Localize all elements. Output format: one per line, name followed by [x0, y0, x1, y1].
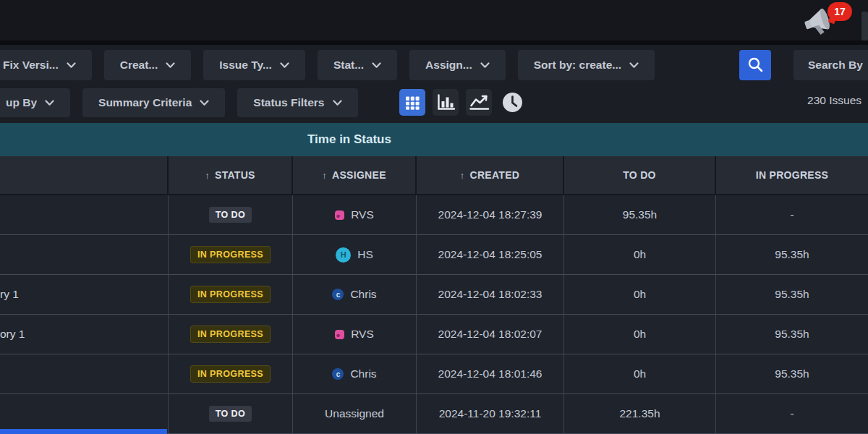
created-timestamp: 2024-12-04 18:01:46: [438, 367, 542, 380]
table-row[interactable]: TO DOUnassigned2024-11-20 19:32:11221.35…: [0, 394, 868, 434]
filter-created-button[interactable]: Creat...: [104, 50, 192, 80]
cell-created: 2024-12-04 18:02:07: [417, 315, 564, 354]
chevron-down-icon: [45, 100, 54, 106]
inprogress-hours: 95.35h: [775, 288, 809, 301]
status-badge: IN PROGRESS: [190, 326, 271, 343]
cell-assignee: RVS: [293, 315, 417, 354]
filter-fix-version-button[interactable]: Fix Versi...: [0, 50, 92, 80]
search-button[interactable]: [739, 50, 771, 80]
cell-todo-hours: 0h: [564, 315, 716, 354]
assignee-name: HS: [357, 248, 373, 261]
cell-status: TO DO: [169, 195, 293, 234]
line-chart-icon: [469, 93, 490, 111]
todo-hours: 95.35h: [623, 208, 657, 221]
filter-label: Stat...: [333, 59, 364, 72]
chevron-down-icon: [629, 62, 639, 69]
filter-summary-criteria-button[interactable]: Summary Criteria: [82, 88, 225, 117]
filter-label: Creat...: [120, 59, 158, 72]
column-label: STATUS: [215, 169, 255, 181]
filter-status-filters-button[interactable]: Status Filters: [237, 88, 357, 117]
view-table-button[interactable]: [399, 89, 425, 116]
sort-ascending-icon: ↑: [322, 170, 327, 181]
avatar-rvs: [335, 330, 344, 339]
chevron-down-icon: [333, 100, 342, 106]
status-badge: IN PROGRESS: [190, 365, 271, 383]
issue-summary: ry 1: [0, 288, 19, 301]
filter-assignee-button[interactable]: Assign...: [409, 50, 506, 80]
table-row[interactable]: TO DORVS2024-12-04 18:27:3995.35h-: [0, 195, 868, 235]
cell-status: TO DO: [169, 394, 293, 433]
notification-badge[interactable]: 17: [827, 2, 852, 21]
cell-summary: [0, 354, 169, 393]
table-row[interactable]: ry 1IN PROGRESScChris2024-12-04 18:02:33…: [0, 275, 868, 315]
column-label: CREATED: [470, 169, 520, 181]
cell-inprogress-hours: -: [716, 394, 868, 433]
view-line-chart-button[interactable]: [466, 89, 492, 116]
avatar-chris: c: [332, 368, 344, 380]
search-by-button[interactable]: Search By: [793, 50, 868, 80]
column-header-todo: TO DO: [564, 156, 716, 194]
column-label: ASSIGNEE: [332, 169, 386, 181]
filter-group-by-button[interactable]: up By: [0, 88, 70, 117]
cell-inprogress-hours: -: [716, 195, 868, 234]
chevron-down-icon: [166, 62, 175, 69]
chevron-down-icon: [280, 62, 289, 69]
todo-hours: 0h: [634, 328, 646, 341]
cell-todo-hours: 0h: [564, 354, 716, 393]
bar-chart-icon: [436, 93, 456, 111]
table-grid-icon: [404, 94, 421, 111]
column-header-created[interactable]: ↑CREATED: [417, 156, 564, 194]
cell-assignee: cChris: [293, 275, 417, 314]
avatar-rvs: [335, 210, 344, 220]
inprogress-hours: 95.35h: [775, 367, 809, 380]
column-label: TO DO: [623, 169, 656, 181]
gadget-title-banner: Time in Status: [0, 123, 868, 156]
cell-summary: ory 1: [0, 315, 169, 354]
inprogress-hours: 95.35h: [775, 248, 809, 261]
filter-status-button[interactable]: Stat...: [318, 50, 397, 80]
assignee-name: Chris: [350, 367, 376, 380]
search-icon: [746, 56, 764, 75]
created-timestamp: 2024-12-04 18:02:07: [438, 328, 542, 341]
assignee-name: RVS: [351, 208, 374, 221]
column-header-summary: [0, 156, 169, 194]
created-timestamp: 2024-12-04 18:27:39: [438, 208, 542, 221]
cell-status: IN PROGRESS: [169, 354, 293, 393]
table-row[interactable]: ory 1IN PROGRESSRVS2024-12-04 18:02:070h…: [0, 315, 868, 354]
table-header-row: ↑STATUS↑ASSIGNEE↑CREATEDTO DOIN PROGRESS: [0, 156, 868, 195]
todo-hours: 0h: [634, 288, 646, 301]
todo-hours: 221.35h: [619, 407, 660, 420]
filter-sort-by-button[interactable]: Sort by: create...: [518, 50, 655, 80]
cell-summary: ry 1: [0, 275, 169, 314]
todo-hours: 0h: [634, 367, 646, 380]
column-header-inprogress: IN PROGRESS: [716, 156, 868, 194]
filter-label: up By: [6, 96, 37, 109]
filter-row-1: Fix Versi...Creat...Issue Ty...Stat...As…: [0, 49, 655, 81]
search-by-label: Search By: [808, 59, 863, 72]
view-toggle-group: [399, 89, 525, 116]
assignee-name: RVS: [351, 328, 374, 341]
filter-label: Assign...: [425, 59, 472, 72]
filter-toolbar: Fix Versi...Creat...Issue Ty...Stat...As…: [0, 45, 868, 123]
column-header-status[interactable]: ↑STATUS: [169, 156, 293, 194]
cell-status: IN PROGRESS: [169, 235, 293, 274]
view-time-button[interactable]: [499, 89, 525, 116]
column-header-assignee[interactable]: ↑ASSIGNEE: [293, 156, 417, 194]
cell-assignee: HHS: [293, 235, 417, 274]
vertical-scrollbar-thumb[interactable]: [861, 12, 868, 41]
avatar-hs: H: [336, 247, 351, 263]
chevron-down-icon: [480, 62, 490, 69]
cell-todo-hours: 0h: [564, 235, 716, 274]
sort-ascending-icon: ↑: [460, 170, 465, 181]
table-row[interactable]: IN PROGRESScChris2024-12-04 18:01:460h95…: [0, 354, 868, 394]
inprogress-hours: -: [790, 208, 793, 221]
view-bar-chart-button[interactable]: [433, 89, 459, 116]
chevron-down-icon: [200, 100, 209, 106]
filter-issue-type-button[interactable]: Issue Ty...: [203, 50, 305, 80]
cell-todo-hours: 221.35h: [564, 394, 716, 433]
table-row[interactable]: IN PROGRESSHHS2024-12-04 18:25:050h95.35…: [0, 235, 868, 275]
filter-label: Summary Criteria: [98, 96, 192, 109]
horizontal-scrollbar-thumb[interactable]: [0, 429, 167, 434]
cell-status: IN PROGRESS: [169, 275, 293, 314]
assignee-name: Chris: [350, 288, 376, 301]
